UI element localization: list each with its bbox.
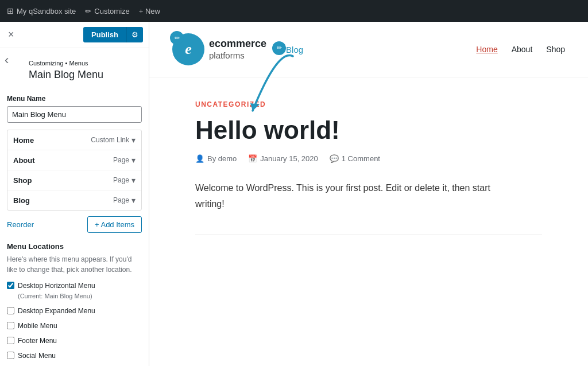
location-mobile-menu-label: Mobile Menu [18, 321, 57, 331]
chevron-icon: ▾ [131, 155, 136, 165]
post-category: UNCATEGORIZED [195, 100, 542, 108]
customize-label: Customize [94, 7, 129, 15]
post-title: Hello world! [195, 116, 542, 144]
location-desktop-expanded: Desktop Expanded Menu [7, 306, 142, 316]
menu-item-shop-name: Shop [13, 176, 32, 185]
site-blog-link[interactable]: Blog [286, 45, 303, 54]
location-desktop-horizontal-checkbox[interactable] [7, 282, 14, 289]
nav-home[interactable]: Home [476, 45, 497, 54]
location-desktop-horizontal: Desktop Horizontal Menu (Current: Main B… [7, 281, 142, 301]
post-comments: 💬 1 Comment [330, 154, 380, 163]
nav-about[interactable]: About [512, 45, 533, 54]
logo-text-main: ecommerce [209, 38, 266, 50]
calendar-icon: 📅 [248, 154, 257, 163]
menu-item-about[interactable]: About Page ▾ [7, 150, 141, 170]
location-social-menu-checkbox[interactable] [7, 352, 14, 359]
menu-item-shop[interactable]: Shop Page ▾ [7, 170, 141, 190]
close-button[interactable]: × [6, 26, 17, 43]
pencil-icon: ✏ [85, 7, 91, 15]
customizer-header: × Publish ⚙ [0, 22, 149, 48]
blog-edit-icon[interactable]: ✏ [272, 41, 286, 55]
wordpress-icon: ⊞ [7, 6, 14, 15]
menu-item-shop-type: Page ▾ [113, 176, 136, 185]
publish-button[interactable]: Publish [83, 27, 126, 42]
location-footer-menu-checkbox[interactable] [7, 337, 14, 344]
chevron-icon: ▾ [131, 135, 136, 145]
menu-item-blog-type: Page ▾ [113, 196, 136, 205]
location-desktop-expanded-label: Desktop Expanded Menu [18, 306, 95, 316]
menu-name-label: Menu Name [7, 95, 142, 103]
breadcrumb: Customizing • Menus [22, 54, 142, 68]
preview-area: ✏ e ecommerce platforms [149, 22, 588, 366]
post-author-text: By demo [207, 154, 237, 163]
location-social-menu: Social Menu [7, 351, 142, 361]
location-mobile-menu-checkbox[interactable] [7, 322, 14, 329]
site-logo: e ecommerce platforms [172, 33, 266, 65]
menu-locations-desc: Here's where this menu appears. If you'd… [7, 254, 142, 275]
settings-button[interactable]: ⚙ [126, 27, 143, 42]
logo-text-sub: platforms [209, 50, 266, 61]
post-date: 📅 January 15, 2020 [248, 154, 318, 163]
location-desktop-horizontal-label: Desktop Horizontal Menu (Current: Main B… [18, 281, 95, 301]
reorder-link[interactable]: Reorder [7, 220, 34, 229]
menu-actions: Reorder + Add Items [7, 216, 142, 233]
location-desktop-expanded-checkbox[interactable] [7, 307, 14, 314]
chevron-icon: ▾ [131, 176, 136, 185]
add-items-button[interactable]: + Add Items [87, 216, 142, 233]
breadcrumb-parent: Customizing [29, 60, 64, 67]
menu-locations-title: Menu Locations [7, 242, 142, 251]
site-name-label: My qSandbox site [17, 7, 76, 15]
main-layout: × Publish ⚙ ‹ Customizing • Menus Main B… [0, 22, 588, 366]
location-footer-menu-label: Footer Menu [18, 336, 57, 346]
post-divider [195, 235, 542, 235]
comment-icon: 💬 [330, 154, 339, 163]
breadcrumb-sep: • [65, 60, 68, 67]
post-date-text: January 15, 2020 [260, 154, 318, 163]
site-nav: Home About Shop [476, 45, 565, 54]
admin-bar-customize[interactable]: ✏ Customize [85, 7, 129, 15]
site-content: UNCATEGORIZED Hello world! 👤 By demo 📅 J… [149, 77, 588, 366]
customizer-sidebar: × Publish ⚙ ‹ Customizing • Menus Main B… [0, 22, 149, 366]
post-meta: 👤 By demo 📅 January 15, 2020 💬 1 Comment [195, 154, 542, 163]
menu-item-about-type: Page ▾ [113, 155, 136, 165]
breadcrumb-child: Menus [69, 60, 88, 67]
wp-admin-bar: ⊞ My qSandbox site ✏ Customize + New [0, 0, 588, 22]
post-excerpt: Welcome to WordPress. This is your first… [195, 180, 505, 211]
customizer-section-title: Main Blog Menu [22, 68, 142, 88]
menu-item-home-name: Home [13, 136, 34, 145]
back-button[interactable]: ‹ [5, 53, 9, 68]
logo-edit-icon[interactable]: ✏ [170, 31, 184, 45]
admin-bar-new[interactable]: + New [139, 7, 160, 15]
customizer-body: Menu Name Home Custom Link ▾ About Page … [0, 88, 149, 366]
site-header: ✏ e ecommerce platforms [149, 22, 588, 77]
new-label: + New [139, 7, 160, 15]
post-comments-text: 1 Comment [342, 154, 380, 163]
location-social-menu-label: Social Menu [18, 351, 56, 361]
menu-items-list: Home Custom Link ▾ About Page ▾ Shop Pag… [7, 130, 142, 211]
menu-item-about-name: About [13, 156, 35, 165]
admin-bar-site[interactable]: ⊞ My qSandbox site [7, 6, 76, 15]
location-footer-menu: Footer Menu [7, 336, 142, 346]
menu-item-home-type: Custom Link ▾ [91, 135, 136, 145]
location-mobile-menu: Mobile Menu [7, 321, 142, 331]
menu-item-blog[interactable]: Blog Page ▾ [7, 190, 141, 210]
post-author: 👤 By demo [195, 154, 237, 163]
site-preview: ✏ e ecommerce platforms [149, 22, 588, 366]
menu-item-blog-name: Blog [13, 196, 30, 205]
author-icon: 👤 [195, 154, 204, 163]
menu-name-input[interactable] [7, 106, 142, 123]
logo-text: ecommerce platforms [209, 38, 266, 61]
chevron-icon: ▾ [131, 196, 136, 205]
nav-shop[interactable]: Shop [546, 45, 565, 54]
menu-item-home[interactable]: Home Custom Link ▾ [7, 130, 141, 150]
